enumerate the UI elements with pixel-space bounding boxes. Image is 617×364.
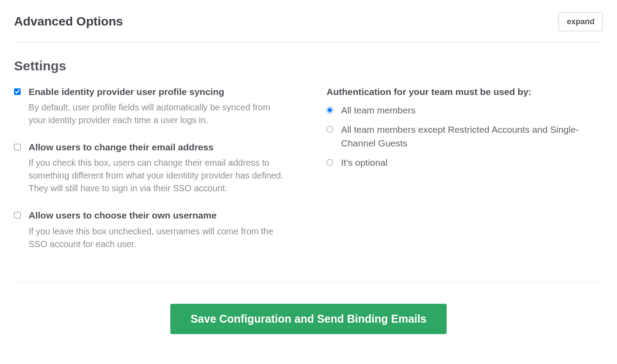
advanced-options-header: Advanced Options expand xyxy=(14,12,603,31)
checkbox-allow-username-choice[interactable]: Allow users to choose their own username… xyxy=(14,209,287,250)
checkbox-description: If you leave this box unchecked, usernam… xyxy=(29,225,287,251)
radio-input-except-restricted[interactable] xyxy=(327,126,333,133)
radio-except-restricted[interactable]: All team members except Restricted Accou… xyxy=(327,123,603,150)
auth-heading: Authentication for your team must be use… xyxy=(327,85,603,98)
radio-all-team-members[interactable]: All team members xyxy=(327,104,603,117)
save-button-wrap: Save Configuration and Send Binding Emai… xyxy=(14,304,603,334)
checkbox-label: Allow users to choose their own username xyxy=(29,209,287,222)
checkbox-label: Enable identity provider user profile sy… xyxy=(29,85,287,98)
settings-columns: Enable identity provider user profile sy… xyxy=(14,85,603,265)
checkbox-input-enable-profile-sync[interactable] xyxy=(14,88,21,95)
checkbox-input-allow-username-choice[interactable] xyxy=(14,212,21,218)
radio-optional[interactable]: It's optional xyxy=(327,156,603,169)
checkbox-description: If you check this box, users can change … xyxy=(29,157,287,195)
section-divider xyxy=(14,42,603,42)
settings-checkbox-column: Enable identity provider user profile sy… xyxy=(14,85,287,265)
settings-heading: Settings xyxy=(14,56,603,76)
settings-auth-column: Authentication for your team must be use… xyxy=(313,85,603,265)
save-configuration-button[interactable]: Save Configuration and Send Binding Emai… xyxy=(170,304,447,334)
advanced-options-title: Advanced Options xyxy=(14,13,123,31)
radio-input-all-team-members[interactable] xyxy=(327,107,333,113)
checkbox-enable-profile-sync[interactable]: Enable identity provider user profile sy… xyxy=(14,85,287,127)
expand-button[interactable]: expand xyxy=(558,12,603,31)
radio-label: All team members xyxy=(341,104,415,117)
bottom-divider xyxy=(14,282,603,283)
radio-input-optional[interactable] xyxy=(327,159,333,166)
checkbox-allow-email-change[interactable]: Allow users to change their email addres… xyxy=(14,141,287,195)
checkbox-label: Allow users to change their email addres… xyxy=(29,141,287,154)
checkbox-input-allow-email-change[interactable] xyxy=(14,144,21,150)
radio-label: It's optional xyxy=(341,156,388,169)
radio-label: All team members except Restricted Accou… xyxy=(341,123,603,150)
checkbox-description: By default, user profile fields will aut… xyxy=(29,101,287,127)
